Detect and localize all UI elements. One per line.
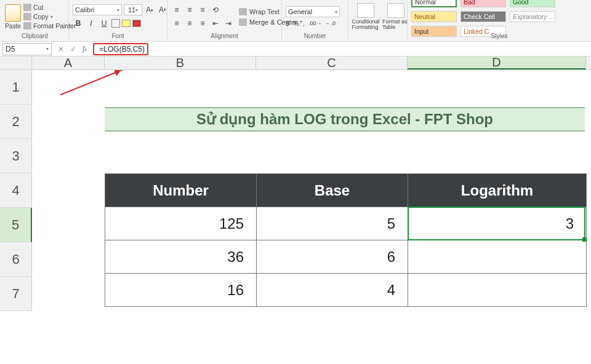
- group-label: Styles: [411, 32, 587, 41]
- style-bad[interactable]: Bad: [460, 0, 506, 7]
- column-headers: A B C D: [0, 57, 591, 70]
- cell-C6[interactable]: 6: [257, 240, 408, 274]
- ribbon-group-number: General▾ $ % , .00→ ←.0 Number: [282, 0, 348, 41]
- worksheet-grid: A B C D 1 2 3 4 5 6 7 Sử dụng hàm LOG tr…: [0, 57, 591, 311]
- format-painter-button[interactable]: Format Painter: [23, 22, 76, 30]
- comma-button[interactable]: ,: [303, 20, 305, 27]
- ribbon-group-alignment: ≡ ≡ ≡ ⟲ ≡ ≡ ≡ ⇤ ⇥ Wrap Text Merge & Cent…: [167, 0, 282, 41]
- data-table: Number Base Logarithm 125 5 3 36 6 16 4: [105, 173, 587, 307]
- table-row: 36 6: [105, 240, 587, 274]
- style-normal[interactable]: Normal: [411, 0, 457, 7]
- row-headers: 1 2 3 4 5 6 7: [0, 70, 32, 311]
- row-header-7[interactable]: 7: [0, 277, 32, 311]
- cell-C5[interactable]: 5: [257, 207, 408, 240]
- cell-B5[interactable]: 125: [105, 207, 257, 240]
- ribbon-group-font: Calibri▾ 11▾ A▴ A▾ B I U Font: [69, 0, 167, 41]
- cell-B7[interactable]: 16: [105, 274, 257, 307]
- th-log[interactable]: Logarithm: [408, 174, 587, 207]
- font-size-combo[interactable]: 11▾: [124, 4, 142, 15]
- style-neutral[interactable]: Neutral: [411, 11, 457, 22]
- col-header-A[interactable]: A: [32, 57, 105, 69]
- orientation-button[interactable]: ⟲: [210, 4, 221, 15]
- formula-text: =LOG(B5,C5): [99, 45, 145, 53]
- group-label: Number: [286, 32, 344, 41]
- currency-button[interactable]: $: [286, 20, 289, 27]
- style-check-cell[interactable]: Check Cell: [460, 11, 506, 22]
- decrease-indent-button[interactable]: ⇤: [210, 18, 221, 29]
- row-header-2[interactable]: 2: [0, 105, 32, 139]
- border-button[interactable]: [111, 19, 120, 28]
- th-base[interactable]: Base: [257, 174, 408, 207]
- formula-bar: D5 ▾ ✕ ✓ fx =LOG(B5,C5): [0, 42, 591, 57]
- copy-button[interactable]: Copy▾: [23, 13, 76, 20]
- style-good[interactable]: Good: [510, 0, 555, 7]
- increase-decimal-button[interactable]: .00→: [308, 20, 322, 26]
- style-explanatory[interactable]: Explanatory ...: [510, 11, 555, 22]
- cell-C7[interactable]: 4: [257, 274, 408, 307]
- paste-button[interactable]: Paste: [5, 2, 21, 31]
- align-right-button[interactable]: ≡: [197, 18, 208, 29]
- copy-icon: [23, 13, 31, 20]
- ribbon-group-clipboard: Paste Cut Copy▾ Format Painter Clipboard: [1, 0, 69, 41]
- row-header-1[interactable]: 1: [0, 70, 32, 105]
- cell-D7[interactable]: [408, 274, 587, 307]
- brush-icon: [23, 22, 31, 30]
- cond-fmt-icon: [357, 3, 374, 18]
- cell-D5[interactable]: 3: [408, 207, 587, 240]
- table-row: 16 4: [105, 274, 587, 307]
- format-as-table-button[interactable]: Format as Table: [382, 3, 409, 30]
- wrap-icon: [239, 8, 247, 15]
- fill-color-button[interactable]: [122, 20, 131, 27]
- number-format-combo[interactable]: General▾: [286, 6, 340, 17]
- th-number[interactable]: Number: [105, 174, 257, 207]
- ribbon-group-styles: Normal Bad Good Neutral Check Cell Expla…: [408, 0, 591, 41]
- ribbon: Paste Cut Copy▾ Format Painter Clipboard…: [0, 0, 591, 42]
- font-color-button[interactable]: [132, 20, 141, 27]
- decrease-font-button[interactable]: A▾: [157, 4, 168, 15]
- table-header-row: Number Base Logarithm: [105, 174, 587, 207]
- cell-B6[interactable]: 36: [105, 240, 257, 274]
- align-top-button[interactable]: ≡: [171, 4, 182, 15]
- percent-button[interactable]: %: [293, 20, 299, 27]
- underline-button[interactable]: U: [98, 18, 110, 29]
- clipboard-icon: [5, 4, 21, 22]
- table-icon: [387, 3, 404, 18]
- cell-reference: D5: [6, 45, 15, 53]
- ribbon-group-cond: Conditional Formatting Format as Table .: [348, 0, 408, 41]
- enter-formula-icon[interactable]: ✓: [70, 45, 76, 53]
- increase-indent-button[interactable]: ⇥: [223, 18, 234, 29]
- group-label: Alignment: [171, 32, 278, 41]
- fx-icon[interactable]: fx: [82, 44, 87, 53]
- increase-font-button[interactable]: A▴: [144, 4, 155, 15]
- col-header-C[interactable]: C: [256, 57, 408, 69]
- align-middle-button[interactable]: ≡: [184, 4, 195, 15]
- group-label: Font: [73, 32, 163, 41]
- merge-icon: [239, 18, 247, 26]
- align-bottom-button[interactable]: ≡: [197, 4, 208, 15]
- row-header-5[interactable]: 5: [0, 208, 32, 242]
- italic-button[interactable]: I: [86, 18, 97, 29]
- font-name-combo[interactable]: Calibri▾: [73, 4, 122, 15]
- cell-D6[interactable]: [408, 240, 587, 274]
- select-all-corner[interactable]: [0, 57, 32, 69]
- row-header-6[interactable]: 6: [0, 242, 32, 277]
- scissors-icon: [23, 4, 31, 11]
- group-label: Clipboard: [5, 32, 65, 41]
- paste-label: Paste: [5, 23, 21, 30]
- cut-button[interactable]: Cut: [23, 4, 76, 11]
- row-header-4[interactable]: 4: [0, 173, 32, 208]
- align-center-button[interactable]: ≡: [184, 18, 195, 29]
- col-header-D[interactable]: D: [408, 57, 586, 69]
- conditional-formatting-button[interactable]: Conditional Formatting: [352, 3, 379, 30]
- decrease-decimal-button[interactable]: ←.0: [325, 20, 336, 26]
- table-row: 125 5 3: [105, 207, 587, 240]
- sheet-title: Sử dụng hàm LOG trong Excel - FPT Shop: [105, 107, 585, 132]
- cell-area[interactable]: Sử dụng hàm LOG trong Excel - FPT Shop N…: [32, 70, 591, 311]
- cancel-formula-icon[interactable]: ✕: [58, 45, 64, 53]
- col-header-B[interactable]: B: [105, 57, 256, 69]
- row-header-3[interactable]: 3: [0, 139, 32, 173]
- name-box[interactable]: D5 ▾: [2, 43, 52, 55]
- align-left-button[interactable]: ≡: [171, 18, 182, 29]
- bold-button[interactable]: B: [73, 18, 84, 29]
- formula-input[interactable]: =LOG(B5,C5): [93, 43, 148, 55]
